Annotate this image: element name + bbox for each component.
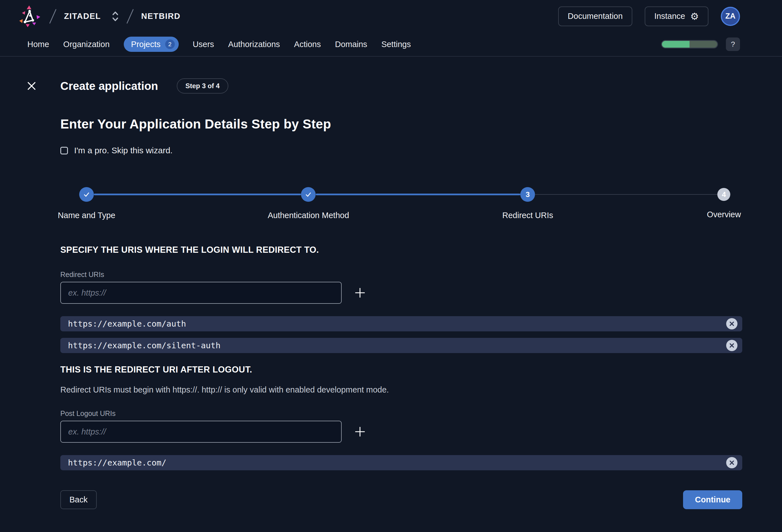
step-overview: 4 Overview (707, 187, 741, 219)
remove-uri-button[interactable] (726, 457, 738, 468)
close-button[interactable] (27, 81, 37, 91)
step-label: Name and Type (58, 211, 115, 220)
nav-item-actions[interactable]: Actions (294, 40, 321, 49)
redirect-uris-label: Redirect URIs (60, 270, 742, 279)
remove-uri-button[interactable] (726, 340, 738, 351)
step-upcoming-circle: 4 (717, 188, 731, 201)
breadcrumb-separator (49, 9, 57, 24)
breadcrumb-org[interactable]: ZITADEL (64, 11, 101, 21)
plus-icon (354, 286, 366, 299)
plus-icon (354, 425, 366, 438)
projects-count-badge: 2 (165, 39, 175, 49)
step-done-circle (79, 187, 94, 202)
step-active-circle: 3 (521, 187, 535, 202)
main-nav: Home Organization Projects 2 Users Autho… (0, 32, 782, 56)
redirect-uri-chip: https://example.com/auth (60, 316, 742, 331)
step-redirect-uris: 3 Redirect URIs (502, 187, 554, 220)
quota-progress-bar (661, 40, 718, 48)
continue-button[interactable]: Continue (683, 490, 742, 509)
redirect-uri-value: https://example.com/auth (68, 319, 186, 329)
step-authentication-method: Authentication Method (268, 187, 349, 220)
wizard-heading: Enter Your Application Details Step by S… (60, 116, 742, 131)
zitadel-logo-icon[interactable] (18, 4, 42, 28)
step-label: Overview (707, 210, 741, 219)
breadcrumb-separator (127, 9, 134, 24)
avatar-initials: ZA (725, 12, 736, 21)
step-badge: Step 3 of 4 (177, 78, 228, 93)
step-done-circle (301, 187, 316, 202)
check-icon (305, 191, 312, 198)
nav-item-home[interactable]: Home (27, 40, 49, 49)
redirect-uri-input[interactable] (60, 282, 342, 304)
skip-wizard-row[interactable]: I'm a pro. Skip this wizard. (60, 146, 173, 155)
instance-button[interactable]: Instance ⚙ (645, 6, 708, 26)
stepper-connector-todo (535, 194, 717, 195)
nav-item-projects[interactable]: Projects 2 (124, 37, 179, 52)
nav-item-organization[interactable]: Organization (63, 40, 109, 49)
avatar[interactable]: ZA (721, 7, 740, 26)
redirect-uri-value: https://example.com/silent-auth (68, 341, 220, 350)
wizard-actions: Back Continue (60, 490, 742, 509)
skip-wizard-label: I'm a pro. Skip this wizard. (74, 146, 173, 155)
back-button[interactable]: Back (60, 490, 97, 509)
post-logout-uris-label: Post Logout URIs (60, 410, 742, 418)
step-name-and-type: Name and Type (58, 187, 115, 220)
instance-label: Instance (654, 11, 685, 21)
breadcrumb-project[interactable]: NETBIRD (141, 11, 180, 21)
step-label: Redirect URIs (502, 211, 554, 220)
breadcrumb: ZITADEL NETBIRD (18, 4, 180, 28)
add-post-logout-uri-button[interactable] (354, 425, 366, 438)
logout-section-heading: THIS IS THE REDIRECT URI AFTER LOGOUT. (60, 365, 742, 375)
remove-icon (729, 343, 735, 348)
remove-uri-button[interactable] (726, 318, 738, 330)
redirect-section-heading: SPECIFY THE URIS WHERE THE LOGIN WILL RE… (60, 245, 742, 255)
remove-icon (729, 321, 735, 327)
logout-section-note: Redirect URIs must begin with https://. … (60, 385, 742, 394)
documentation-label: Documentation (568, 11, 623, 21)
nav-item-users[interactable]: Users (193, 40, 214, 49)
post-logout-uri-input[interactable] (60, 421, 342, 443)
gear-icon: ⚙ (690, 11, 699, 21)
post-logout-uri-value: https://example.com/ (68, 458, 166, 467)
org-switcher-icon[interactable] (112, 10, 119, 23)
header-actions: Documentation Instance ⚙ ZA (558, 6, 740, 26)
redirect-uri-chip: https://example.com/silent-auth (60, 338, 742, 353)
add-redirect-uri-button[interactable] (354, 286, 366, 299)
skip-wizard-checkbox[interactable] (60, 147, 68, 154)
page-title: Create application (60, 80, 158, 92)
nav-item-authorizations[interactable]: Authorizations (228, 40, 280, 49)
help-button[interactable]: ? (726, 37, 740, 51)
nav-item-projects-label: Projects (131, 40, 161, 49)
wizard-stepper: Name and Type Authentication Method 3 Re… (60, 187, 742, 220)
close-icon (27, 81, 37, 91)
step-label: Authentication Method (268, 211, 349, 220)
documentation-button[interactable]: Documentation (558, 6, 632, 26)
check-icon (83, 191, 90, 198)
nav-item-domains[interactable]: Domains (335, 40, 367, 49)
post-logout-uri-chip: https://example.com/ (60, 455, 742, 470)
nav-item-settings[interactable]: Settings (382, 40, 411, 49)
create-application-wizard: Create application Step 3 of 4 Enter You… (0, 79, 782, 509)
top-header: ZITADEL NETBIRD Documentation Instance ⚙… (0, 0, 782, 32)
quota-progress-fill (662, 41, 689, 48)
remove-icon (729, 460, 735, 465)
